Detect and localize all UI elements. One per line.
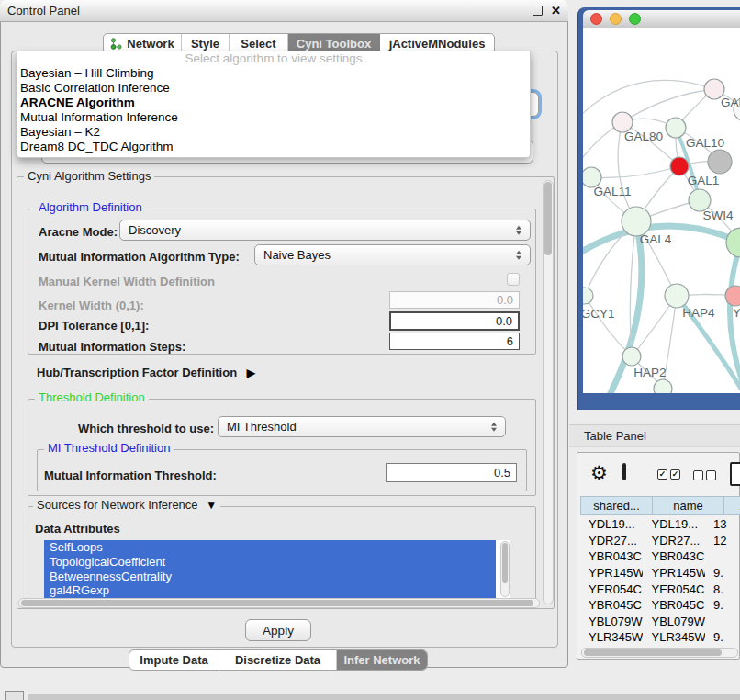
data-attributes-label: Data Attributes [35, 522, 120, 536]
algorithm-option-bayesian-k2[interactable]: Bayesian – K2 [17, 125, 530, 140]
node-bottom-node[interactable] [654, 379, 672, 393]
table-row[interactable]: YBR045CYBR045C9. [580, 597, 740, 614]
window-title: Control Panel [7, 4, 80, 17]
tab-select[interactable]: Select [230, 34, 288, 53]
stepper-arrows-icon [491, 422, 497, 432]
tab-style[interactable]: Style [182, 34, 230, 53]
table-rows[interactable]: YDL19...YDL19...13YDR27...YDR27...12YBR0… [580, 516, 740, 648]
sources-title-toggle[interactable]: Sources for Network Inference ▼ [33, 499, 220, 512]
table-cell: YLR345W [580, 630, 643, 644]
doc-icon[interactable] [730, 462, 740, 486]
table-row[interactable]: YBR043CYBR043C [580, 548, 740, 565]
kernel-width-field[interactable]: 0.0 [389, 291, 520, 309]
attribute-item-betweennesscentrality[interactable]: BetweennessCentrality [44, 570, 496, 584]
table-panel-titlebar: Table Panel [569, 424, 740, 447]
zoom-traffic-light[interactable] [629, 13, 641, 25]
node-gray-node[interactable] [708, 150, 732, 174]
node-gal1-red[interactable] [670, 157, 689, 175]
list-vscrollbar[interactable] [500, 541, 510, 597]
split-pane-icon[interactable] [622, 463, 626, 480]
table-hscrollbar[interactable] [581, 648, 738, 658]
network-canvas[interactable]: GALGAL80GAL10GAL1GAL11SWI4GAL4HAP4YGCY1H… [583, 28, 740, 393]
network-graph: GALGAL80GAL10GAL1GAL11SWI4GAL4HAP4YGCY1H… [583, 28, 740, 393]
table-row[interactable]: YDR27...YDR27...12 [580, 533, 740, 549]
node-hap4[interactable] [665, 284, 689, 308]
settings-vscroll-thumb[interactable] [544, 182, 552, 255]
table-cell: 8. [705, 582, 740, 596]
checked-pair-icon[interactable]: ✓ ✓ [657, 469, 680, 480]
aracne-mode-combo[interactable]: Discovery [119, 220, 531, 241]
close-traffic-light[interactable] [590, 13, 602, 25]
column-header-name[interactable]: name [653, 496, 724, 515]
bottom-tab-infer-network[interactable]: Infer Network [337, 650, 427, 670]
settings-vscrollbar[interactable] [543, 180, 554, 604]
kernel-width-value: 0.0 [497, 293, 513, 307]
algorithm-option-mutual-information-inference[interactable]: Mutual Information Inference [17, 110, 530, 125]
table-cell: YBR045C [643, 598, 705, 612]
algorithm-option-bayesian-hill-climbing[interactable]: Bayesian – Hill Climbing [17, 66, 530, 81]
edge[interactable] [585, 296, 632, 356]
tab-cyni-toolbox[interactable]: Cyni Toolbox [288, 34, 380, 53]
attribute-item-selfloops[interactable]: SelfLoops [44, 540, 496, 555]
table-cell: YBL079W [643, 615, 705, 628]
bottom-tab-label: Discretize Data [235, 653, 320, 667]
edge[interactable] [622, 89, 714, 122]
float-icon[interactable] [533, 6, 543, 16]
steps-field[interactable]: 6 [389, 333, 520, 350]
unchecked-box-icon [706, 470, 716, 480]
close-icon[interactable]: ✕ [551, 5, 561, 17]
node-gcy1[interactable] [583, 288, 593, 304]
table-row[interactable]: YBL079WYBL079W [580, 614, 740, 630]
table-row[interactable]: YDL19...YDL19...13 [580, 516, 740, 533]
mit-field[interactable]: 0.5 [386, 463, 517, 482]
table-row[interactable]: YPR145WYPR145W9. [580, 565, 740, 581]
tab-network[interactable]: Network [104, 34, 182, 53]
bottom-tab-impute-data[interactable]: Impute Data [129, 650, 219, 670]
tab-jactivemnodules[interactable]: jActiveMNodules [380, 34, 494, 53]
apply-button[interactable]: Apply [245, 619, 311, 641]
bottom-tab-discretize-data[interactable]: Discretize Data [219, 650, 337, 670]
bottom-scroll-strip[interactable] [28, 694, 740, 700]
node-label-hap4: HAP4 [682, 306, 715, 320]
node-gal10[interactable] [666, 118, 686, 138]
unchecked-pair-icon[interactable] [693, 470, 716, 480]
mit-label: Mutual Information Threshold: [44, 469, 217, 482]
bottom-left-button[interactable] [5, 691, 24, 700]
threshold-definition-title: Threshold Definition [35, 391, 149, 404]
kernel-width-label: Kernel Width (0,1): [39, 299, 144, 312]
gear-icon[interactable]: ⚙ [590, 463, 608, 482]
network-tab-icon [110, 38, 122, 50]
algorithm-option-basic-correlation-inference[interactable]: Basic Correlation Inference [17, 81, 530, 96]
hub-definition-toggle[interactable]: Hub/Transcription Factor Definition ▶ [37, 366, 255, 379]
node-hap2[interactable] [622, 347, 641, 366]
data-attributes-items: SelfLoopsTopologicalCoefficientBetweenne… [44, 540, 510, 598]
table-hscroll-thumb[interactable] [584, 649, 722, 656]
node-big-green[interactable] [726, 228, 740, 257]
table-cell: YPR145W [580, 566, 643, 580]
tab-label: jActiveMNodules [389, 37, 486, 51]
node-salmon[interactable] [725, 286, 740, 306]
node-label-hap2: HAP2 [633, 366, 666, 379]
aracne-mode-label: Aracne Mode: [39, 225, 118, 239]
settings-hscroll-thumb[interactable] [21, 600, 533, 606]
which-threshold-label: Which threshold to use: [78, 422, 214, 435]
attribute-item-gal4rgexp[interactable]: gal4RGexp [44, 583, 496, 598]
mi-type-combo[interactable]: Naive Bayes [254, 244, 531, 265]
edge[interactable] [591, 166, 679, 178]
algorithm-option-dream8-dc-tdc-algorithm[interactable]: Dream8 DC_TDC Algorithm [17, 140, 530, 154]
manual-kernel-checkbox[interactable] [507, 273, 520, 286]
which-threshold-combo[interactable]: MI Threshold [218, 416, 506, 437]
bottom-tab-label: Impute Data [140, 653, 207, 667]
table-header-row[interactable]: shared...nameA [580, 496, 740, 515]
settings-hscrollbar[interactable] [18, 598, 540, 608]
table-row[interactable]: YER054CYER054C8. [580, 581, 740, 597]
data-attributes-list[interactable]: SelfLoopsTopologicalCoefficientBetweenne… [44, 540, 510, 598]
column-header-shared-[interactable]: shared... [580, 496, 653, 515]
column-header-a[interactable]: A [724, 496, 740, 515]
network-window-titlebar[interactable] [583, 10, 740, 28]
minimize-traffic-light[interactable] [610, 13, 622, 25]
table-row[interactable]: YLR345WYLR345W9. [580, 629, 740, 646]
attribute-item-topologicalcoefficient[interactable]: TopologicalCoefficient [44, 555, 496, 570]
dpi-field[interactable]: 0.0 [389, 311, 520, 331]
algorithm-option-aracne-algorithm[interactable]: ARACNE Algorithm [17, 96, 530, 110]
